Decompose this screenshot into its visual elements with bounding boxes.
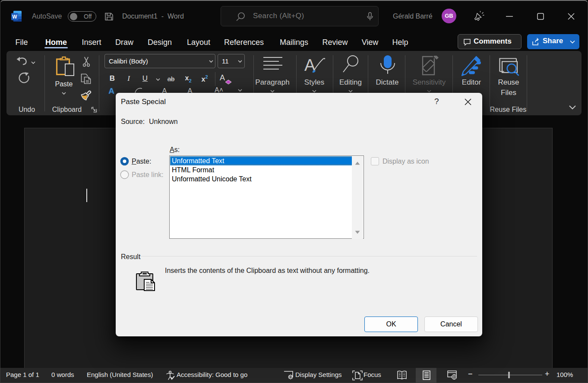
svg-text:W: W [12,14,17,20]
